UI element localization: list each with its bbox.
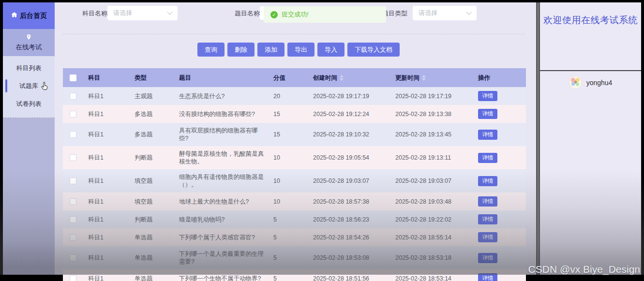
success-toast: ✓ 提交成功! [264, 6, 386, 23]
row-checkbox[interactable] [70, 131, 76, 138]
row-checkbox[interactable] [70, 275, 76, 281]
cell-type: 判断题 [130, 212, 174, 227]
column-label: 更新时间 [395, 74, 419, 81]
detail-button[interactable]: 详情 [478, 253, 497, 263]
detail-button[interactable]: 详情 [478, 273, 497, 281]
cell-type: 单选题 [130, 250, 174, 266]
sidebar-item-label: 科目列表 [16, 64, 42, 73]
sidebar-item-0[interactable]: 科目列表 [3, 59, 55, 77]
table-header-checkbox-cell [63, 74, 83, 81]
toolbar-button-1[interactable]: 删除 [227, 43, 255, 57]
row-checkbox-cell [63, 234, 83, 241]
sidebar-header-home[interactable]: 后台首页 [3, 2, 55, 29]
cell-type: 多选题 [130, 127, 174, 142]
avatar[interactable] [569, 76, 582, 89]
cell-subject: 科目1 [83, 194, 130, 209]
row-checkbox[interactable] [70, 254, 76, 261]
sort-caret-icon[interactable] [422, 75, 426, 81]
column-label: 分值 [273, 74, 285, 81]
cell-score: 5 [269, 212, 308, 227]
cell-subject: 科目1 [83, 89, 130, 104]
cell-score: 15 [269, 127, 308, 142]
cell-actions: 详情 [473, 192, 526, 210]
cell-score: 5 [269, 250, 308, 266]
row-checkbox[interactable] [70, 216, 76, 223]
table-row: 科目1多选题具有双层膜结构的细胞器有哪些?152025-02-28 19:10:… [63, 123, 526, 146]
select-all-checkbox[interactable] [70, 74, 76, 81]
cell-updated: 2025-02-28 18:53:18 [390, 250, 473, 266]
cell-question: 猫是哺乳动物吗? [174, 212, 269, 227]
table-row: 科目1判断题猫是哺乳动物吗?52025-02-28 18:56:232025-0… [63, 210, 526, 228]
cell-subject: 科目1 [83, 127, 130, 142]
sidebar-item-2[interactable]: 试卷列表 [3, 95, 55, 113]
filter-divider [63, 34, 525, 34]
cell-updated: 2025-02-28 19:17:19 [390, 89, 473, 104]
cell-score: 15 [269, 106, 308, 122]
table-row: 科目1填空题地球上最大的生物是什么?102025-02-28 18:57:382… [63, 192, 526, 210]
cell-actions: 详情 [473, 210, 526, 228]
cell-created: 2025-02-28 19:17:19 [308, 89, 390, 104]
column-label: 类型 [135, 74, 147, 81]
detail-button[interactable]: 详情 [478, 109, 497, 119]
row-checkbox-cell [63, 131, 83, 138]
table-row: 科目1单选题下列哪个属于人类感官器官?52025-02-28 18:54:262… [63, 228, 526, 246]
row-checkbox-cell [63, 254, 83, 261]
sidebar-empty-area [3, 118, 55, 275]
toolbar-button-0[interactable]: 查询 [197, 43, 225, 57]
column-label: 创建时间 [313, 74, 337, 81]
question-type-select[interactable]: 请选择 [413, 6, 477, 20]
cell-actions: 详情 [473, 87, 526, 105]
question-type-select-placeholder: 请选择 [419, 9, 437, 17]
panel-split-divider[interactable] [536, 2, 540, 275]
cell-subject: 科目1 [83, 150, 130, 165]
cell-updated: 2025-02-28 18:55:14 [390, 230, 473, 245]
detail-button[interactable]: 详情 [478, 196, 497, 207]
cell-actions: 详情 [473, 172, 526, 190]
table-header-col-4[interactable]: 创建时间 [308, 70, 390, 86]
cell-question: 下列哪一个是人类最重要的生理需要? [174, 246, 269, 269]
cell-created: 2025-02-28 19:03:07 [308, 173, 390, 189]
table-header-col-5[interactable]: 更新时间 [390, 70, 473, 86]
sidebar: 后台首页 在线考试 科目列表试题库试卷列表 [3, 2, 55, 275]
row-checkbox[interactable] [70, 111, 76, 118]
user-info[interactable]: yonghu4 [540, 76, 641, 89]
subject-select[interactable]: 请选择 [107, 6, 178, 20]
table-header-col-1: 类型 [130, 70, 174, 86]
cell-score: 10 [269, 173, 308, 189]
cell-actions: 详情 [473, 228, 526, 246]
column-label: 操作 [478, 74, 490, 81]
row-checkbox[interactable] [70, 198, 76, 205]
detail-button[interactable]: 详情 [478, 91, 497, 101]
detail-button[interactable]: 详情 [478, 214, 497, 224]
row-checkbox[interactable] [70, 93, 76, 100]
table-row: 科目1单选题下列哪一个是人类最重要的生理需要?52025-02-28 18:53… [63, 246, 526, 269]
sidebar-section-online-exam[interactable]: 在线考试 [3, 29, 55, 56]
cell-subject: 科目1 [83, 173, 130, 189]
table-header-col-2: 题目 [174, 70, 269, 86]
sort-caret-icon[interactable] [340, 75, 344, 81]
table-row: 科目1多选题没有膜结构的细胞器有哪些?152025-02-28 19:12:24… [63, 105, 526, 123]
cell-type: 判断题 [130, 150, 174, 165]
row-checkbox-cell [63, 198, 83, 205]
toolbar-button-3[interactable]: 导出 [287, 43, 315, 57]
table-header-col-0: 科目 [83, 70, 130, 86]
cell-question: 没有膜结构的细胞器有哪些? [174, 106, 269, 122]
detail-button[interactable]: 详情 [478, 153, 497, 163]
toolbar-button-4[interactable]: 导入 [317, 43, 344, 57]
cell-updated: 2025-02-28 19:13:38 [390, 106, 473, 122]
table-row: 科目1主观题生态系统是什么?202025-02-28 19:17:192025-… [63, 87, 526, 105]
row-checkbox[interactable] [70, 154, 76, 161]
detail-button[interactable]: 详情 [478, 176, 497, 186]
toolbar-button-2[interactable]: 添加 [257, 43, 285, 57]
row-checkbox-cell [63, 93, 83, 100]
toolbar-button-5[interactable]: 下载导入文档 [347, 43, 400, 57]
app-window: 后台首页 在线考试 科目列表试题库试卷列表 科目名称 请选择 题目名称 题目类型… [0, 0, 644, 281]
row-checkbox[interactable] [70, 234, 76, 241]
detail-button[interactable]: 详情 [478, 232, 497, 242]
check-circle-icon: ✓ [270, 11, 278, 18]
row-checkbox[interactable] [70, 177, 76, 184]
detail-button[interactable]: 详情 [478, 130, 497, 140]
chevron-down-icon [466, 9, 471, 15]
column-label: 科目 [88, 74, 100, 81]
cell-updated: 2025-02-28 19:03:07 [390, 173, 473, 189]
